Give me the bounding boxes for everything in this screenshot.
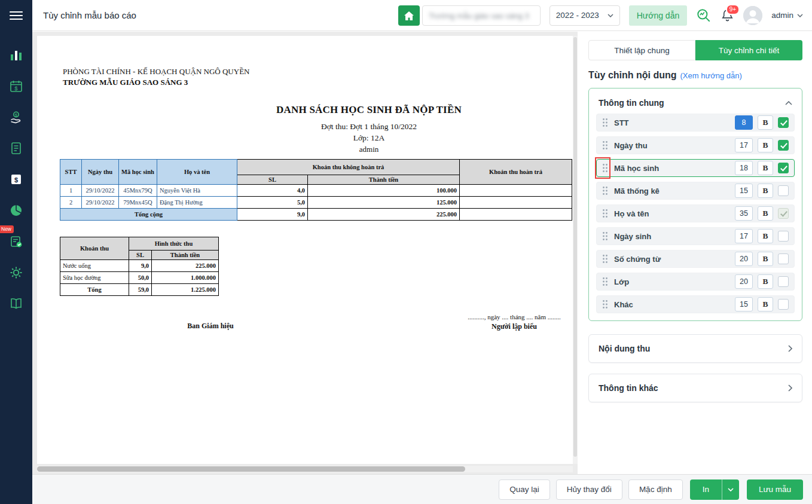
drag-handle-icon[interactable] xyxy=(602,209,608,218)
calendar-dollar-icon: $ xyxy=(10,80,23,93)
field-row-lop[interactable]: Lớp B xyxy=(596,273,795,291)
pie-chart-icon xyxy=(10,204,23,217)
field-width-input[interactable] xyxy=(735,274,753,289)
drag-handle-icon[interactable] xyxy=(602,300,608,309)
analytics-search-icon xyxy=(696,8,712,23)
field-width-input[interactable] xyxy=(735,229,753,243)
sidebar-item-library[interactable] xyxy=(6,294,26,313)
cell: 4,0 xyxy=(237,185,308,197)
chevron-right-icon xyxy=(788,345,792,352)
user-menu[interactable]: admin xyxy=(771,11,803,20)
col-header: Khoản thu hoàn trả xyxy=(460,160,572,185)
section-noi-dung-thu[interactable]: Nội dung thu xyxy=(588,334,802,363)
drag-handle-icon[interactable] xyxy=(602,254,608,264)
bold-toggle-button[interactable]: B xyxy=(758,115,773,130)
field-row-stt[interactable]: STT B xyxy=(596,114,795,132)
horizontal-scrollbar[interactable] xyxy=(37,466,573,472)
horizontal-scrollbar-thumb[interactable] xyxy=(37,466,465,472)
drag-handle-icon[interactable] xyxy=(602,231,608,241)
print-split-button[interactable]: In xyxy=(690,479,739,500)
field-row-ho-va-ten[interactable]: Họ và tên B xyxy=(596,204,795,222)
total-label: Tổng xyxy=(60,284,129,296)
analytics-button[interactable] xyxy=(696,8,712,23)
print-options-caret[interactable] xyxy=(722,479,739,500)
report-class: Lớp: 12A xyxy=(37,133,573,143)
avatar[interactable] xyxy=(743,6,762,25)
sidebar-item-cashbook[interactable]: $ xyxy=(6,170,26,188)
col-header: Mã học sinh xyxy=(119,160,157,185)
chevron-down-icon xyxy=(797,14,803,17)
drag-handle-icon[interactable] xyxy=(602,186,608,196)
guide-button[interactable]: Hướng dẫn xyxy=(629,5,687,26)
cell: 2 xyxy=(60,197,82,209)
section-title: Nội dung thu xyxy=(599,344,650,353)
field-width-input[interactable] xyxy=(735,297,753,311)
sign-left-title: Ban Giám hiệu xyxy=(160,322,261,331)
bold-toggle-button[interactable]: B xyxy=(758,252,773,266)
field-checkbox[interactable] xyxy=(778,185,789,196)
field-row-ma-hoc-sinh[interactable]: Mã học sinh B xyxy=(596,159,795,177)
sidebar-item-reports[interactable] xyxy=(6,45,26,64)
save-template-button[interactable]: Lưu mẫu xyxy=(747,479,803,500)
cash-book-icon: $ xyxy=(10,173,23,186)
sidebar-item-news[interactable]: New xyxy=(6,232,26,251)
field-width-input[interactable] xyxy=(735,206,753,221)
home-button[interactable] xyxy=(398,5,420,26)
bold-toggle-button[interactable]: B xyxy=(758,229,773,243)
field-checkbox[interactable] xyxy=(778,140,789,151)
field-width-input[interactable] xyxy=(735,115,753,130)
sidebar-item-settings[interactable] xyxy=(6,263,26,282)
view-guide-link[interactable]: (Xem hướng dẫn) xyxy=(680,71,742,80)
field-row-ngay-sinh[interactable]: Ngày sinh B xyxy=(596,227,795,245)
bold-toggle-button[interactable]: B xyxy=(758,184,773,198)
bold-toggle-button[interactable]: B xyxy=(758,138,773,152)
field-checkbox[interactable] xyxy=(778,163,789,173)
col-header: Ngày thu xyxy=(82,160,119,185)
field-row-ma-thong-ke[interactable]: Mã thống kê B xyxy=(596,182,795,200)
app-root: $ $ $ New xyxy=(0,0,812,504)
open-book-icon xyxy=(9,297,23,310)
field-width-input[interactable] xyxy=(735,252,753,266)
field-checkbox[interactable] xyxy=(778,253,789,264)
tab-general-settings[interactable]: Thiết lập chung xyxy=(588,40,695,60)
back-button[interactable]: Quay lại xyxy=(499,479,550,500)
cancel-changes-button[interactable]: Hủy thay đổi xyxy=(556,479,622,500)
person-icon xyxy=(743,6,762,25)
menu-icon[interactable] xyxy=(0,0,32,31)
section-general-header[interactable]: Thông tin chung xyxy=(596,96,795,109)
default-button[interactable]: Mặc định xyxy=(628,479,683,500)
drag-handle-icon[interactable] xyxy=(602,118,608,127)
field-checkbox[interactable] xyxy=(778,208,789,219)
field-row-khac[interactable]: Khác B xyxy=(596,295,795,313)
school-search-input[interactable]: Trường mẫu giáo sao sáng 3 xyxy=(422,5,541,26)
field-checkbox[interactable] xyxy=(778,276,789,287)
report-preview-area: PHÒNG TÀI CHÍNH - KẾ HOẠCH QUẬN NGÔ QUYỀ… xyxy=(32,32,578,474)
school-year-select[interactable]: 2022 - 2023 xyxy=(550,5,620,26)
field-width-input[interactable] xyxy=(735,161,753,175)
section-thong-tin-khac[interactable]: Thông tin khác xyxy=(588,374,802,402)
field-checkbox[interactable] xyxy=(778,231,789,242)
sidebar-item-collect[interactable]: $ xyxy=(6,108,26,126)
bold-toggle-button[interactable]: B xyxy=(758,206,773,221)
print-button[interactable]: In xyxy=(690,479,722,500)
field-checkbox[interactable] xyxy=(778,117,789,128)
tab-detail-customization[interactable]: Tùy chỉnh chi tiết xyxy=(695,40,802,60)
bold-toggle-button[interactable]: B xyxy=(758,161,773,175)
report-title: DANH SÁCH HỌC SINH ĐÃ NỘP TIỀN xyxy=(37,104,573,116)
field-checkbox[interactable] xyxy=(778,299,789,310)
vertical-scrollbar-thumb[interactable] xyxy=(573,37,577,457)
sidebar-item-statistics[interactable] xyxy=(6,201,26,219)
bold-toggle-button[interactable]: B xyxy=(758,274,773,289)
sidebar-item-documents[interactable] xyxy=(6,139,26,157)
field-width-input[interactable] xyxy=(735,184,753,198)
cell: 225.000 xyxy=(308,209,460,221)
drag-handle-icon[interactable] xyxy=(602,140,608,150)
drag-handle-icon[interactable] xyxy=(602,277,608,286)
field-row-ngay-thu[interactable]: Ngày thu B xyxy=(596,136,795,154)
bold-toggle-button[interactable]: B xyxy=(758,297,773,311)
notifications-button[interactable]: 9+ xyxy=(721,8,734,22)
field-row-so-chung-tu[interactable]: Số chứng từ B xyxy=(596,250,795,268)
vertical-scrollbar[interactable] xyxy=(573,36,578,464)
sidebar-item-fees[interactable]: $ xyxy=(6,77,26,95)
field-width-input[interactable] xyxy=(735,138,753,152)
